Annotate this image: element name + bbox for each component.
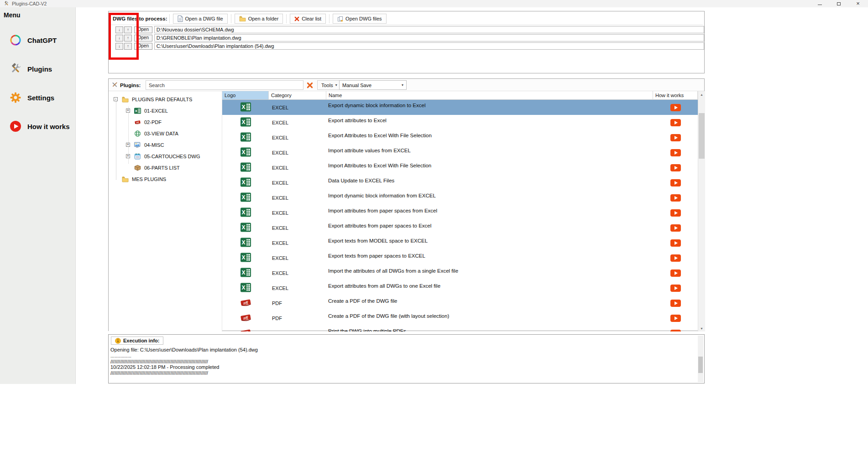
- tree-item-03-view-data[interactable]: 03-VIEW DATA: [109, 128, 222, 139]
- plus-expander-icon[interactable]: +: [126, 143, 130, 147]
- how-it-works-cell: [653, 175, 698, 190]
- play-button[interactable]: [670, 194, 681, 202]
- plus-expander-icon[interactable]: +: [126, 109, 130, 113]
- open-a-dwg-file-button[interactable]: Open a DWG file: [173, 14, 228, 24]
- plugin-name: Export Attributes to Excel With File Sel…: [326, 130, 653, 145]
- move-down-button[interactable]: ↓: [115, 35, 123, 41]
- plugin-row[interactable]: XEXCELImport Attributes to Excel With Fi…: [222, 160, 698, 175]
- tree-item-02-pdf[interactable]: pdf02-PDF: [109, 116, 222, 128]
- log-scrollbar[interactable]: [698, 336, 703, 382]
- plugin-row[interactable]: pdfPDFCreate a PDF of the DWG file: [222, 295, 698, 311]
- log-line: ...............: [110, 353, 695, 359]
- open-dwg-files-button[interactable]: Open DWG files: [333, 14, 386, 24]
- hammer-wrench-icon: [9, 63, 21, 75]
- dwg-path-input[interactable]: [154, 26, 704, 33]
- open-file-button[interactable]: Open: [134, 35, 152, 41]
- play-button[interactable]: [670, 179, 681, 186]
- plugin-category: EXCEL: [269, 115, 326, 130]
- play-button[interactable]: [670, 224, 681, 232]
- move-down-button[interactable]: ↓: [115, 26, 123, 33]
- minimize-icon: [818, 5, 822, 5]
- play-button[interactable]: [670, 300, 681, 307]
- sidebar-item-chatgpt[interactable]: ChatGPT: [0, 32, 75, 48]
- move-up-button[interactable]: ↑: [124, 35, 132, 41]
- log-line: ////////////////////////////////////////…: [110, 370, 695, 376]
- plugin-row[interactable]: XEXCELData Update to EXCEL Files: [222, 175, 698, 190]
- play-button[interactable]: [670, 149, 681, 156]
- excel-icon: X: [241, 268, 251, 278]
- play-button[interactable]: [670, 134, 681, 141]
- dwg-path-input[interactable]: [154, 34, 704, 41]
- play-button[interactable]: [670, 315, 681, 322]
- move-up-button[interactable]: ↑: [124, 43, 132, 50]
- tree-item-06-parts-list[interactable]: 06-PARTS LIST: [109, 162, 222, 173]
- tree-item-01-excel[interactable]: +X01-EXCEL: [109, 105, 222, 116]
- plugin-row[interactable]: XEXCELImport attribute values from EXCEL: [222, 145, 698, 160]
- plugin-name: Import attributes from paper spaces from…: [326, 205, 653, 220]
- tools-dropdown[interactable]: Tools ▾: [317, 80, 341, 90]
- search-input[interactable]: [146, 80, 303, 90]
- plugins-toolbar: Plugins: Tools ▾ Manual Save ▾: [109, 79, 704, 91]
- plugin-row[interactable]: pdfPDFCreate a PDF of the DWG file (with…: [222, 311, 698, 326]
- tree-item-mes-plugins[interactable]: MES PLUGINS: [109, 173, 222, 185]
- plugin-row[interactable]: pdfPDFPrint the DWG into multiple PDFs: [222, 326, 698, 331]
- open-a-folder-button[interactable]: Open a folder: [235, 14, 283, 24]
- plugin-row[interactable]: XEXCELExport attributes from all DWGs to…: [222, 280, 698, 295]
- minimize-button[interactable]: [816, 0, 823, 7]
- play-button[interactable]: [670, 239, 681, 247]
- plus-expander-icon[interactable]: +: [126, 154, 130, 158]
- dwg-path-input[interactable]: [154, 42, 704, 50]
- table-scrollbar[interactable]: ▲ ▼: [698, 91, 705, 331]
- scrollbar-thumb[interactable]: [698, 357, 703, 373]
- logo-cell: pdf: [222, 326, 269, 331]
- chatgpt-icon: [9, 34, 21, 47]
- open-file-button[interactable]: Open: [134, 43, 152, 50]
- play-button[interactable]: [670, 104, 681, 111]
- play-button[interactable]: [670, 254, 681, 262]
- column-header-name[interactable]: Name: [326, 91, 653, 100]
- plugin-row[interactable]: XEXCELExport Attributes to Excel With Fi…: [222, 130, 698, 145]
- plugin-category: PDF: [269, 326, 326, 331]
- close-button[interactable]: ×: [854, 0, 862, 7]
- sidebar-item-settings[interactable]: Settings: [0, 89, 75, 106]
- plugin-table-header: LogoCategoryNameHow it works: [222, 91, 698, 100]
- column-header-logo[interactable]: Logo: [222, 91, 269, 100]
- plugin-row[interactable]: XEXCELImport attributes from paper space…: [222, 205, 698, 220]
- sidebar-item-plugins[interactable]: Plugins: [0, 61, 75, 77]
- column-header-category[interactable]: Category: [269, 91, 326, 100]
- play-button[interactable]: [670, 269, 681, 277]
- play-button[interactable]: [670, 209, 681, 217]
- save-mode-select[interactable]: Manual Save ▾: [339, 80, 407, 90]
- tree-item-05-cartouches-dwg[interactable]: +05-CARTOUCHES DWG: [109, 150, 222, 162]
- maximize-button[interactable]: [835, 0, 842, 7]
- clear-search-button[interactable]: [306, 81, 314, 89]
- scroll-down-icon[interactable]: ▼: [698, 325, 705, 331]
- plugin-row[interactable]: XEXCELExport attributes from paper space…: [222, 220, 698, 235]
- scrollbar-thumb[interactable]: [699, 113, 705, 159]
- open-file-button[interactable]: Open: [134, 26, 152, 33]
- logo-cell: pdf: [222, 311, 269, 326]
- plugin-name: Export texts from MODEL space to EXCEL: [326, 235, 653, 250]
- move-up-button[interactable]: ↑: [124, 26, 132, 33]
- play-button[interactable]: [670, 285, 681, 292]
- plugin-row[interactable]: XEXCELImport dynamic block information f…: [222, 190, 698, 205]
- plugin-row[interactable]: XEXCELImport the attributes of all DWGs …: [222, 265, 698, 280]
- tree-item-04-misc[interactable]: +04-MISC: [109, 139, 222, 150]
- move-down-button[interactable]: ↓: [115, 43, 123, 50]
- plugin-row[interactable]: XEXCELExport texts from MODEL space to E…: [222, 235, 698, 250]
- execution-info-label: Execution info:: [123, 338, 159, 343]
- tree-item-label: 01-EXCEL: [144, 108, 168, 114]
- column-header-how-it-works[interactable]: How it works: [653, 91, 698, 100]
- play-button[interactable]: [670, 119, 681, 126]
- play-button[interactable]: [670, 330, 681, 332]
- tree-item-plugins-par-defaults[interactable]: -PLUGINS PAR DEFAULTS: [109, 93, 222, 105]
- how-it-works-cell: [653, 280, 698, 295]
- play-button[interactable]: [670, 164, 681, 171]
- plugin-row[interactable]: XEXCELExport attributes to Excel: [222, 115, 698, 130]
- plugin-row[interactable]: XEXCELExport dynamic block information t…: [222, 100, 698, 115]
- plugin-row[interactable]: XEXCELExport texts from paper spaces to …: [222, 250, 698, 265]
- clear-list-button[interactable]: Clear list: [290, 14, 326, 24]
- sidebar-item-how-it-works[interactable]: How it works: [0, 118, 75, 135]
- minus-expander-icon[interactable]: -: [114, 97, 118, 101]
- scroll-up-icon[interactable]: ▲: [698, 91, 705, 98]
